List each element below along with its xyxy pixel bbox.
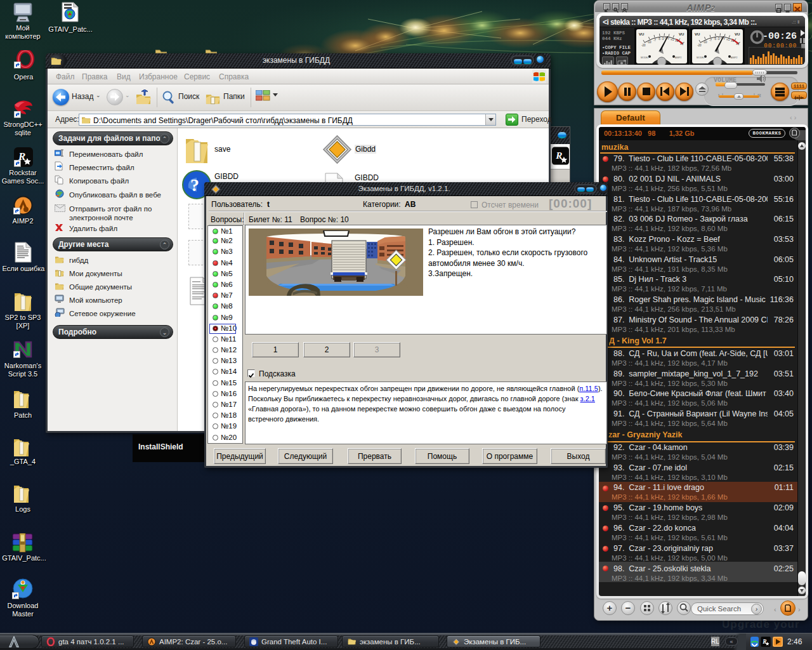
- svg-text:VU: VU: [639, 32, 644, 36]
- svg-text:?: ?: [190, 175, 199, 195]
- svg-text:-7: -7: [709, 39, 712, 42]
- svg-text:MODEL: MODEL: [697, 56, 705, 59]
- svg-text:AIMP2: AIMP2: [731, 56, 738, 59]
- svg-text:VU: VU: [695, 32, 700, 36]
- svg-text:-20: -20: [641, 44, 646, 47]
- svg-text:-5 -3: -5 -3: [658, 37, 664, 41]
- svg-text:R: R: [762, 639, 766, 645]
- svg-text:AIMP2: AIMP2: [675, 56, 682, 59]
- svg-text:MODEL: MODEL: [641, 56, 649, 59]
- svg-text:+2: +2: [731, 39, 735, 43]
- svg-text:+1: +1: [726, 38, 730, 41]
- svg-text:-20: -20: [697, 44, 702, 47]
- svg-text:-10: -10: [647, 41, 652, 44]
- svg-text:+1: +1: [671, 38, 674, 41]
- svg-text:-7: -7: [653, 39, 656, 42]
- svg-text:+3: +3: [736, 43, 740, 46]
- svg-text:-5 -3: -5 -3: [714, 37, 720, 41]
- svg-text:+3: +3: [680, 43, 684, 46]
- svg-text:VU: VU: [679, 32, 684, 36]
- svg-text:VU: VU: [735, 32, 740, 36]
- svg-text:+2: +2: [675, 39, 679, 43]
- svg-text:R: R: [555, 150, 562, 161]
- svg-text:-10: -10: [703, 41, 707, 44]
